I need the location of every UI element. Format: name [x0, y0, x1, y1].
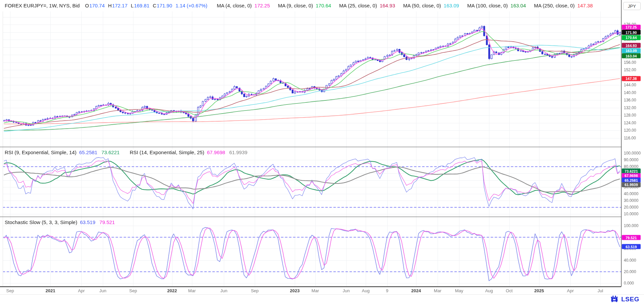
lseg-logo-text: LSEG [621, 296, 639, 303]
rsi-legend-label-0: RSI (9, Exponential, Simple, 14) [5, 149, 76, 155]
time-label: Apr [567, 288, 574, 293]
quote-key: O [85, 3, 89, 8]
quote-key: C [153, 3, 157, 8]
price-axis-badge: 163.04 [622, 53, 641, 58]
price-axis-badge: 172.25 [622, 25, 641, 30]
rsi-axis-badge: 61.9939 [622, 182, 641, 187]
stoch-legend-value-1: 79.521 [99, 219, 115, 225]
rsi-axis-tick: 10.0000 [624, 212, 638, 216]
quote-key: H [108, 3, 112, 8]
time-label: Mar [312, 288, 319, 293]
stoch-axis-badge: 63.519 [622, 244, 641, 249]
price-axis-badge: 164.93 [622, 43, 641, 48]
time-label: May [455, 288, 464, 293]
ma-legend-label-2: MA (25, close, 0) [339, 3, 377, 8]
ma-legend-value-3: 163.09 [444, 3, 459, 8]
time-label-year: 2025 [534, 288, 544, 293]
stoch-axis-tick: 0.000 [624, 281, 634, 286]
ma-legend-value-0: 172.25 [254, 3, 270, 8]
rsi-axis-tick: 30.0000 [624, 198, 638, 203]
time-label: Apr [78, 288, 85, 293]
stoch-legend-label: Stochastic Slow (5, 3, 3, Simple) [5, 219, 77, 225]
price-axis-badge: 147.38 [622, 76, 641, 81]
price-axis-tick: 120.00 [624, 128, 636, 133]
ma-legend-label-0: MA (4, close, 0) [217, 3, 252, 8]
price-axis-tick: 116.00 [624, 136, 636, 140]
time-label-year: 2023 [290, 288, 300, 293]
rsi-legend-label-1: RSI (14, Exponential, Simple, 25) [130, 149, 204, 155]
price-axis-badge: 170.64 [622, 35, 641, 40]
time-label: Jun [99, 288, 107, 293]
rsi-axis-tick: 90.0000 [624, 158, 638, 162]
quote-value: 169.81 [134, 3, 150, 8]
footer-bar: LSEG [0, 295, 644, 304]
time-label: Jun [220, 288, 227, 293]
time-label: Sep [129, 288, 137, 293]
rsi-axis-tick: 20.0000 [624, 205, 638, 210]
ma-legend-label-5: MA (250, close, 0) [534, 3, 575, 8]
time-label: Mar [188, 288, 196, 293]
stoch-axis-tick: 40.000 [624, 258, 636, 263]
ma-legend-value-5: 147.38 [577, 3, 593, 8]
symbol-title: FOREX EURJPY=, 1W, NYS, Bid [5, 3, 80, 8]
price-axis-tick: 144.00 [624, 83, 636, 87]
ma-legend-label-4: MA (100, close, 0) [467, 3, 508, 8]
quote-value: 172.17 [112, 3, 127, 8]
price-axis-tick: 124.00 [624, 121, 636, 125]
quote-value: 171.90 [157, 3, 172, 8]
quote-open: O170.74 [85, 3, 108, 8]
price-axis-tick: 152.00 [624, 68, 636, 72]
price-axis-tick: 132.00 [624, 105, 636, 110]
ma-legend-value-4: 163.04 [511, 3, 526, 8]
time-label: Jul [598, 288, 603, 293]
rsi-legend-value-1-1: 61.9939 [229, 149, 247, 155]
stoch-axis-badge: 79.521 [622, 235, 641, 240]
time-label: Mar [434, 288, 441, 293]
time-label: Aug [362, 288, 370, 293]
price-axis-badge: 171.90 [622, 30, 641, 35]
stoch-axis-tick: 20.000 [624, 269, 636, 274]
time-label: Oct [506, 288, 513, 293]
ma-legend-label-1: MA (9, close, 0) [278, 3, 313, 8]
price-axis-badge: 163.09 [622, 48, 641, 53]
quote-low: L169.81 [131, 3, 153, 8]
price-legend: FOREX EURJPY=, 1W, NYS, Bid O170.74H172.… [5, 2, 602, 9]
ma-legend-label-3: MA (50, close, 0) [403, 3, 441, 8]
time-label: Aug [485, 288, 493, 293]
quote-close: C171.90 [153, 3, 176, 8]
rsi-legend-value-0-1: 73.6221 [102, 149, 120, 155]
price-axis-tick: 156.00 [624, 60, 636, 65]
rsi-legend-value-0-0: 65.2581 [79, 149, 97, 155]
quote-key: L [131, 3, 133, 8]
rsi-legend-value-1-0: 67.9698 [207, 149, 225, 155]
change-value: 1.14 (+0.67%) [175, 3, 207, 8]
lseg-crest-icon [610, 295, 619, 304]
time-label: Sep [251, 288, 258, 293]
currency-button[interactable]: JPY [623, 2, 641, 10]
rsi-legend: RSI (9, Exponential, Simple, 14)65.25817… [5, 149, 253, 156]
stoch-legend: Stochastic Slow (5, 3, 3, Simple)63.5197… [5, 219, 120, 225]
stoch-axis-tick: 100.000 [624, 223, 638, 228]
time-label-year: 2022 [167, 288, 177, 293]
time-label: Sep [6, 288, 14, 293]
ma-legend-value-2: 164.93 [380, 3, 395, 8]
stoch-legend-value-0: 63.519 [80, 219, 95, 225]
rsi-axis-tick: 100.0000 [624, 151, 641, 156]
quote-value: 170.74 [89, 3, 105, 8]
price-axis-tick: 128.00 [624, 113, 636, 118]
rsi-axis-tick: 40.0000 [624, 191, 638, 196]
chart-window: FOREX EURJPY=, 1W, NYS, Bid O170.74H172.… [0, 0, 644, 304]
time-label: 9 [386, 288, 388, 293]
quote-high: H172.17 [108, 3, 131, 8]
ma-legend-value-1: 170.64 [316, 3, 331, 8]
time-label-year: 2021 [46, 288, 55, 293]
time-label-year: 2024 [411, 288, 421, 293]
time-label: Jun [343, 288, 350, 293]
price-axis-tick: 136.00 [624, 98, 636, 102]
price-axis-tick: 140.00 [624, 90, 636, 95]
